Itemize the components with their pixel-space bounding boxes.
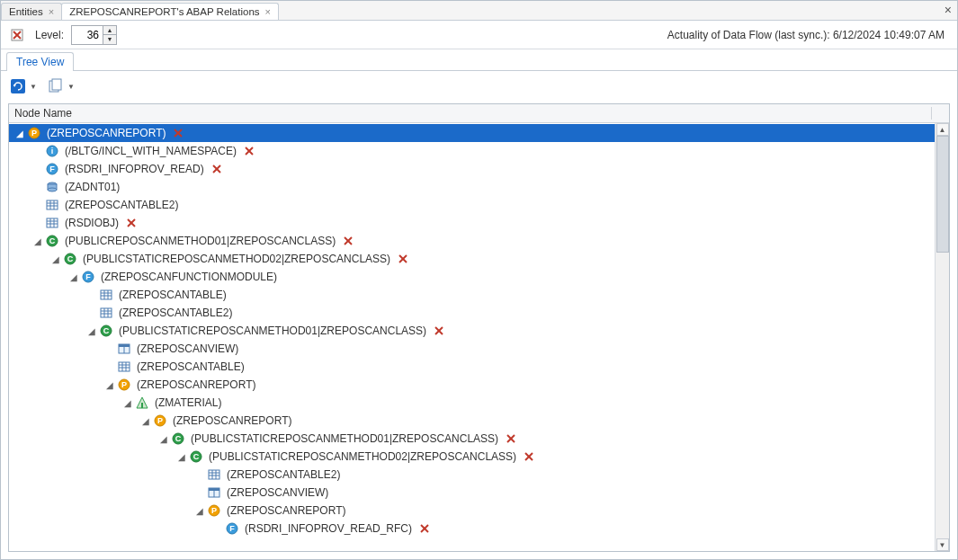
svg-text:C: C xyxy=(103,326,110,335)
subtab-tree-view[interactable]: Tree View xyxy=(6,52,74,71)
expand-toggle-icon[interactable]: ◢ xyxy=(68,272,79,282)
tree-node[interactable]: ◢C(PUBLICSTATICREPOSCANMETHOD02|ZREPOSCA… xyxy=(9,448,935,466)
svg-text:i: i xyxy=(51,147,54,156)
expand-toggle-icon[interactable]: ◢ xyxy=(140,416,151,426)
tree-node[interactable]: (ZREPOSCANTABLE) xyxy=(9,358,935,376)
tree-node[interactable]: (ZADNT01) xyxy=(9,178,935,196)
close-icon[interactable]: × xyxy=(49,7,54,17)
tree-node[interactable]: ◢C(PUBLICSTATICREPOSCANMETHOD02|ZREPOSCA… xyxy=(9,250,935,268)
node-label: (PUBLICREPOSCANMETHOD01|ZREPOSCANCLASS) xyxy=(63,235,337,247)
level-spinner[interactable]: ▲ ▼ xyxy=(71,25,117,45)
tree-node[interactable]: i(/BLTG/INCL_WITH_NAMESPACE) xyxy=(9,142,935,160)
node-label: (ZADNT01) xyxy=(63,181,121,193)
tab-entities[interactable]: Entities × xyxy=(1,3,62,20)
spinner-up-icon[interactable]: ▲ xyxy=(103,26,116,35)
tree-node[interactable]: (ZREPOSCANTABLE) xyxy=(9,286,935,304)
column-header-node-name[interactable]: Node Name xyxy=(14,107,931,120)
tree-node[interactable]: (ZREPOSCANTABLE2) xyxy=(9,304,935,322)
db-icon xyxy=(45,180,59,194)
expand-toggle-icon[interactable]: ◢ xyxy=(86,326,97,336)
svg-text:C: C xyxy=(49,236,56,245)
view-icon xyxy=(117,342,131,356)
error-icon xyxy=(210,162,224,176)
func-icon: F xyxy=(225,521,239,536)
scroll-down-icon[interactable]: ▼ xyxy=(936,538,949,551)
tbl-icon xyxy=(207,467,221,482)
scroll-track[interactable] xyxy=(936,136,949,538)
subtab-strip: Tree View xyxy=(1,49,957,71)
prog-icon: P xyxy=(153,413,167,428)
class-icon: C xyxy=(171,431,185,446)
close-icon[interactable]: × xyxy=(265,7,271,17)
tree-node[interactable]: ◢C(PUBLICREPOSCANMETHOD01|ZREPOSCANCLASS… xyxy=(9,232,935,250)
tree-node[interactable]: (ZREPOSCANVIEW) xyxy=(9,340,935,358)
tree-node[interactable]: F(RSDRI_INFOPROV_READ_RFC) xyxy=(9,520,935,538)
header-gutter xyxy=(931,107,944,120)
svg-rect-49 xyxy=(101,308,112,317)
export-button[interactable]: ▼ xyxy=(48,78,75,94)
tree-panel: Node Name ◢P(ZREPOSCANREPORT)i(/BLTG/INC… xyxy=(8,103,950,552)
svg-rect-22 xyxy=(47,200,58,209)
tree-node[interactable]: (ZREPOSCANVIEW) xyxy=(9,484,935,502)
tree-node[interactable]: ◢P(ZREPOSCANREPORT) xyxy=(9,502,935,520)
svg-point-21 xyxy=(48,188,57,191)
class-icon: C xyxy=(45,234,59,248)
node-label: (RSDRI_INFOPROV_READ_RFC) xyxy=(243,522,414,535)
scroll-up-icon[interactable]: ▲ xyxy=(936,123,949,136)
actuality-text: Actuality of Data Flow (last sync.): 6/1… xyxy=(667,29,948,41)
expand-toggle-icon[interactable]: ◢ xyxy=(194,506,205,516)
scroll-thumb[interactable] xyxy=(936,136,949,253)
tree-node[interactable]: ◢C(PUBLICSTATICREPOSCANMETHOD01|ZREPOSCA… xyxy=(9,430,935,448)
tree-node[interactable]: ◢F(ZREPOSCANFUNCTIONMODULE) xyxy=(9,268,935,286)
tree-node[interactable]: (RSDIOBJ) xyxy=(9,214,935,232)
expand-toggle-icon[interactable]: ◢ xyxy=(122,398,133,408)
node-label: (ZREPOSCANTABLE2) xyxy=(225,468,342,481)
tree-node[interactable]: ◢(ZMATERIAL) xyxy=(9,394,935,412)
tree-node[interactable]: (ZREPOSCANTABLE2) xyxy=(9,196,935,214)
svg-text:F: F xyxy=(49,164,55,173)
expand-toggle-icon[interactable]: ◢ xyxy=(32,236,43,246)
document-tab-strip: Entities × ZREPOSCANREPORT's ABAP Relati… xyxy=(1,1,957,21)
view-icon xyxy=(207,485,221,500)
expand-toggle-icon[interactable]: ◢ xyxy=(14,129,25,138)
delete-icon[interactable] xyxy=(10,28,24,42)
level-label: Level: xyxy=(35,29,64,41)
tree-node[interactable]: ◢P(ZREPOSCANREPORT) xyxy=(9,376,935,394)
tab-label: ZREPOSCANREPORT's ABAP Relations xyxy=(69,6,259,17)
node-label: (RSDIOBJ) xyxy=(63,217,121,229)
svg-text:P: P xyxy=(157,416,163,425)
tree-node[interactable]: ◢P(ZREPOSCANREPORT) xyxy=(9,412,935,430)
expand-toggle-icon[interactable]: ◢ xyxy=(158,434,169,444)
svg-rect-80 xyxy=(209,470,219,479)
tbl-icon xyxy=(117,360,131,374)
prog-icon: P xyxy=(207,503,221,518)
class-icon: C xyxy=(63,252,77,266)
func-icon: F xyxy=(45,162,59,176)
tab-relations[interactable]: ZREPOSCANREPORT's ABAP Relations × xyxy=(61,3,279,20)
level-toolbar: Level: ▲ ▼ Actuality of Data Flow (last … xyxy=(1,21,957,49)
tree-node[interactable]: ◢C(PUBLICSTATICREPOSCANMETHOD01|ZREPOSCA… xyxy=(9,322,935,340)
tree-node[interactable]: (ZREPOSCANTABLE2) xyxy=(9,466,935,484)
tree-node[interactable]: F(RSDRI_INFOPROV_READ) xyxy=(9,160,935,178)
node-label: (PUBLICSTATICREPOSCANMETHOD02|ZREPOSCANC… xyxy=(207,450,518,463)
svg-text:C: C xyxy=(67,254,74,263)
tree-header: Node Name xyxy=(9,104,949,123)
tree-node[interactable]: ◢P(ZREPOSCANREPORT) xyxy=(9,124,935,142)
refresh-button[interactable]: ▼ xyxy=(10,78,37,94)
close-panel-icon[interactable]: × xyxy=(945,3,952,17)
svg-rect-3 xyxy=(11,79,25,93)
expand-toggle-icon[interactable]: ◢ xyxy=(50,254,61,264)
expand-toggle-icon[interactable]: ◢ xyxy=(176,452,187,462)
tbl-icon xyxy=(99,288,113,302)
svg-rect-69 xyxy=(141,403,143,408)
expand-toggle-icon[interactable]: ◢ xyxy=(104,380,115,390)
level-input[interactable] xyxy=(72,27,103,43)
error-icon xyxy=(504,431,518,446)
node-label: (ZREPOSCANFUNCTIONMODULE) xyxy=(99,271,279,283)
vertical-scrollbar[interactable]: ▲ ▼ xyxy=(935,123,949,551)
svg-text:C: C xyxy=(193,452,200,461)
svg-text:P: P xyxy=(31,129,37,138)
node-label: (/BLTG/INCL_WITH_NAMESPACE) xyxy=(63,145,238,157)
spinner-down-icon[interactable]: ▼ xyxy=(103,35,116,44)
tree-body[interactable]: ◢P(ZREPOSCANREPORT)i(/BLTG/INCL_WITH_NAM… xyxy=(9,123,935,551)
